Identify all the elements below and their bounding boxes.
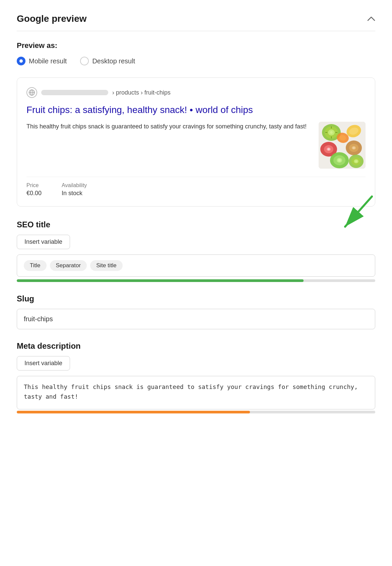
meta-description-label: Meta description	[17, 341, 375, 351]
price-item: Price €0.00	[26, 182, 42, 197]
slug-input[interactable]	[17, 309, 375, 329]
card-title: Fruit chips: a satisfying, healthy snack…	[26, 103, 366, 116]
separator-token[interactable]: Separator	[50, 260, 87, 271]
card-meta: Price €0.00 Availability In stock	[26, 177, 366, 197]
price-label: Price	[26, 182, 42, 188]
availability-label: Availability	[62, 182, 87, 188]
slug-label: Slug	[17, 294, 375, 303]
slug-section: Slug	[17, 294, 375, 329]
card-description: This healthy fruit chips snack is guaran…	[26, 122, 312, 169]
seo-title-label: SEO title	[17, 220, 375, 229]
desktop-radio-button[interactable]	[80, 57, 89, 65]
section-title: Google preview	[17, 13, 87, 24]
meta-description-progress-bar	[17, 411, 375, 413]
desktop-result-label: Desktop result	[92, 57, 135, 65]
seo-title-progress-bar	[17, 279, 375, 282]
price-value: €0.00	[26, 190, 42, 197]
meta-description-insert-variable-button[interactable]: Insert variable	[17, 356, 70, 371]
product-image	[319, 122, 366, 169]
meta-description-progress-fill	[17, 411, 250, 413]
svg-point-24	[338, 159, 341, 162]
svg-point-16	[328, 148, 330, 150]
mobile-result-option[interactable]: Mobile result	[17, 57, 67, 65]
seo-title-progress-fill	[17, 279, 304, 282]
svg-point-28	[355, 160, 357, 162]
meta-description-section: Meta description Insert variable	[17, 341, 375, 413]
seo-title-token-field: Title Separator Site title	[17, 254, 375, 277]
collapse-button[interactable]	[367, 15, 375, 23]
mobile-radio-button[interactable]	[17, 57, 25, 65]
url-breadcrumb: › products › fruit-chips	[112, 89, 171, 96]
seo-title-insert-variable-button[interactable]: Insert variable	[17, 235, 70, 249]
svg-point-6	[330, 131, 333, 134]
globe-icon	[26, 87, 37, 98]
preview-radio-group: Mobile result Desktop result	[17, 57, 375, 65]
preview-as-section: Preview as: Mobile result Desktop result	[17, 41, 375, 65]
site-title-token[interactable]: Site title	[90, 260, 122, 271]
section-header: Google preview	[17, 13, 375, 31]
availability-value: In stock	[62, 190, 87, 197]
title-token[interactable]: Title	[24, 260, 47, 271]
desktop-result-option[interactable]: Desktop result	[80, 57, 135, 65]
card-content-row: This healthy fruit chips snack is guaran…	[26, 122, 366, 169]
preview-as-label: Preview as:	[17, 41, 375, 50]
url-placeholder	[41, 90, 108, 95]
availability-item: Availability In stock	[62, 182, 87, 197]
google-preview-card: › products › fruit-chips Fruit chips: a …	[17, 77, 375, 207]
url-bar: › products › fruit-chips	[26, 87, 366, 98]
seo-title-section: SEO title Insert variable Title Separato…	[17, 220, 375, 282]
meta-description-textarea[interactable]	[17, 376, 375, 409]
svg-point-20	[353, 147, 355, 149]
mobile-result-label: Mobile result	[29, 57, 67, 65]
